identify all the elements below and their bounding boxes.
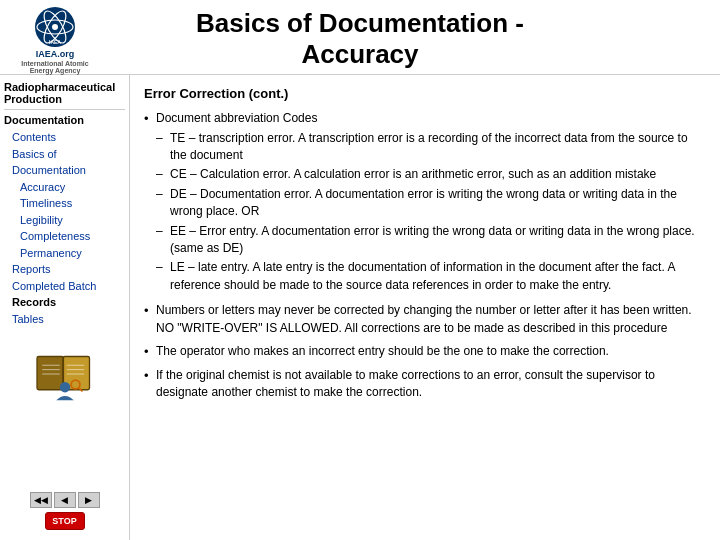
sub-dash: – bbox=[156, 186, 166, 203]
nav-prev-button[interactable]: ◀ bbox=[54, 492, 76, 508]
page-title-container: Basics of Documentation - Accuracy bbox=[196, 8, 524, 70]
svg-point-4 bbox=[52, 24, 58, 30]
sidebar-nav-item[interactable]: Tables bbox=[4, 311, 125, 328]
sidebar-nav-link[interactable]: Completeness bbox=[20, 230, 90, 242]
logo-text: IAEA.org International Atomic Energy Age… bbox=[10, 49, 100, 75]
sidebar-nav-link[interactable]: Completed Batch bbox=[12, 280, 96, 292]
sidebar-nav-link[interactable]: Permanency bbox=[20, 247, 82, 259]
sidebar-doc-label: Documentation bbox=[4, 114, 125, 126]
svg-rect-6 bbox=[37, 357, 63, 390]
sidebar-nav-item[interactable]: Reports bbox=[4, 261, 125, 278]
sidebar-nav-item[interactable]: Completeness bbox=[4, 228, 125, 245]
sidebar-nav-link[interactable]: Tables bbox=[12, 313, 44, 325]
bullet-dot: • bbox=[144, 367, 152, 385]
sub-list-item: –EE – Error entry. A documentation error… bbox=[156, 223, 706, 258]
sub-item-text: DE – Documentation error. A documentatio… bbox=[170, 186, 706, 221]
sidebar-nav-item[interactable]: Completed Batch bbox=[4, 278, 125, 295]
sub-dash: – bbox=[156, 130, 166, 147]
sub-list-item: –DE – Documentation error. A documentati… bbox=[156, 186, 706, 221]
sidebar-nav-link[interactable]: Legibility bbox=[20, 214, 63, 226]
nav-first-button[interactable]: ◀◀ bbox=[30, 492, 52, 508]
sidebar-nav-item[interactable]: Timeliness bbox=[4, 195, 125, 212]
bullet-item: •Document abbreviation Codes–TE – transc… bbox=[144, 110, 706, 296]
sidebar-nav-item[interactable]: Basics of Documentation bbox=[4, 146, 125, 179]
sub-item-text: EE – Error entry. A documentation error … bbox=[170, 223, 706, 258]
bullet-text: Numbers or letters may never be correcte… bbox=[156, 302, 706, 337]
sub-dash: – bbox=[156, 259, 166, 276]
stop-button[interactable]: STOP bbox=[45, 512, 85, 530]
book-illustration-icon bbox=[30, 339, 100, 409]
sidebar-nav-link[interactable]: Basics of Documentation bbox=[12, 148, 86, 177]
sidebar-nav-item[interactable]: Records bbox=[4, 294, 125, 311]
sub-item-text: LE – late entry. A late entry is the doc… bbox=[170, 259, 706, 294]
sidebar: Radiopharmaceutical Production Documenta… bbox=[0, 75, 130, 540]
iaea-logo-icon: IAEA bbox=[34, 6, 76, 48]
bullet-text: If the original chemist is not available… bbox=[156, 367, 706, 402]
svg-text:IAEA: IAEA bbox=[49, 39, 61, 45]
bullet-item: •If the original chemist is not availabl… bbox=[144, 367, 706, 402]
sidebar-nav-item[interactable]: Accuracy bbox=[4, 179, 125, 196]
sub-dash: – bbox=[156, 166, 166, 183]
sidebar-nav-link[interactable]: Contents bbox=[12, 131, 56, 143]
bullet-dot: • bbox=[144, 343, 152, 361]
bullet-text: The operator who makes an incorrect entr… bbox=[156, 343, 706, 360]
sidebar-nav-item[interactable]: Contents bbox=[4, 129, 125, 146]
main-layout: Radiopharmaceutical Production Documenta… bbox=[0, 75, 720, 540]
bullet-dot: • bbox=[144, 302, 152, 320]
bullet-text: Document abbreviation Codes–TE – transcr… bbox=[156, 110, 706, 296]
logo-area: IAEA IAEA.org International Atomic Energ… bbox=[10, 6, 100, 75]
svg-point-15 bbox=[59, 382, 70, 393]
header: IAEA IAEA.org International Atomic Energ… bbox=[0, 0, 720, 75]
nav-next-button[interactable]: ▶ bbox=[78, 492, 100, 508]
bullet-item: •The operator who makes an incorrect ent… bbox=[144, 343, 706, 361]
sidebar-nav-item[interactable]: Permanency bbox=[4, 245, 125, 262]
page-title: Basics of Documentation - Accuracy bbox=[196, 8, 524, 70]
sidebar-nav: ContentsBasics of DocumentationAccuracyT… bbox=[4, 129, 125, 327]
sidebar-nav-link[interactable]: Timeliness bbox=[20, 197, 72, 209]
sub-list-item: –LE – late entry. A late entry is the do… bbox=[156, 259, 706, 294]
bullet-dot: • bbox=[144, 110, 152, 128]
sidebar-section-label: Radiopharmaceutical Production bbox=[4, 81, 125, 105]
sidebar-image-area bbox=[4, 339, 125, 409]
sidebar-nav-active-label: Records bbox=[12, 296, 56, 308]
bullet-item: •Numbers or letters may never be correct… bbox=[144, 302, 706, 337]
sidebar-nav-link[interactable]: Accuracy bbox=[20, 181, 65, 193]
logo-abbr: IAEA.org bbox=[10, 49, 100, 60]
logo-subtitle: International Atomic Energy Agency bbox=[10, 60, 100, 75]
sidebar-bottom: ◀◀ ◀ ▶ STOP bbox=[4, 492, 125, 534]
sub-list-item: –TE – transcription error. A transcripti… bbox=[156, 130, 706, 165]
sidebar-nav-item[interactable]: Legibility bbox=[4, 212, 125, 229]
sub-list: –TE – transcription error. A transcripti… bbox=[156, 130, 706, 295]
sub-dash: – bbox=[156, 223, 166, 240]
sidebar-divider bbox=[4, 109, 125, 110]
sub-item-text: CE – Calculation error. A calculation er… bbox=[170, 166, 656, 183]
sub-list-item: –CE – Calculation error. A calculation e… bbox=[156, 166, 706, 183]
nav-buttons: ◀◀ ◀ ▶ bbox=[30, 492, 100, 508]
content-title: Error Correction (cont.) bbox=[144, 85, 706, 104]
bullet-list: •Document abbreviation Codes–TE – transc… bbox=[144, 110, 706, 402]
content-area: Error Correction (cont.) •Document abbre… bbox=[130, 75, 720, 540]
sub-item-text: TE – transcription error. A transcriptio… bbox=[170, 130, 706, 165]
sidebar-nav-link[interactable]: Reports bbox=[12, 263, 51, 275]
